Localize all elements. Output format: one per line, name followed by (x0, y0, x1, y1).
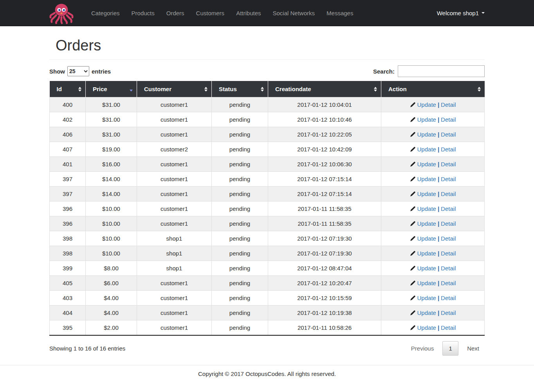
column-header-price[interactable]: Price (86, 81, 137, 97)
detail-link[interactable]: Detail (441, 220, 456, 227)
detail-link[interactable]: Detail (441, 324, 456, 331)
column-header-id[interactable]: Id (50, 81, 86, 97)
detail-link[interactable]: Detail (441, 265, 456, 272)
update-link[interactable]: Update (410, 176, 436, 182)
cell-status: pending (212, 112, 268, 127)
detail-link[interactable]: Detail (441, 295, 456, 301)
column-header-creationdate[interactable]: Creationdate (268, 81, 381, 97)
update-link[interactable]: Update (410, 324, 436, 331)
cell-action: Update|Detail (381, 291, 485, 306)
update-link[interactable]: Update (410, 295, 436, 301)
chevron-down-icon (482, 12, 485, 14)
column-header-action[interactable]: Action (381, 81, 485, 97)
nav-item-attributes[interactable]: Attributes (230, 0, 267, 26)
detail-link[interactable]: Detail (441, 235, 456, 242)
update-link[interactable]: Update (410, 220, 436, 227)
update-link[interactable]: Update (410, 161, 436, 167)
action-separator: | (438, 176, 439, 182)
action-separator: | (438, 309, 439, 316)
current-page-button[interactable]: 1 (442, 341, 458, 356)
cell-price: $31.00 (86, 97, 137, 112)
cell-id: 397 (50, 172, 86, 187)
cell-id: 403 (50, 291, 86, 306)
detail-link[interactable]: Detail (441, 146, 456, 153)
nav-item-messages[interactable]: Messages (321, 0, 359, 26)
update-link[interactable]: Update (410, 205, 436, 212)
user-menu[interactable]: Welcome shop1 (437, 10, 485, 16)
pencil-icon (410, 295, 415, 301)
cell-action: Update|Detail (381, 97, 485, 112)
detail-link[interactable]: Detail (441, 101, 456, 108)
pencil-icon (410, 176, 415, 182)
detail-link[interactable]: Detail (441, 205, 456, 212)
update-link[interactable]: Update (410, 101, 436, 108)
nav-item-customers[interactable]: Customers (190, 0, 231, 26)
cell-customer: customer1 (137, 276, 212, 291)
cell-status: pending (212, 216, 268, 231)
sort-both-icon (261, 87, 264, 92)
cell-price: $6.00 (86, 276, 137, 291)
cell-creationdate: 2017-01-12 10:04:01 (268, 97, 381, 112)
cell-status: pending (212, 231, 268, 246)
cell-status: pending (212, 291, 268, 306)
cell-action: Update|Detail (381, 172, 485, 187)
column-header-status[interactable]: Status (212, 81, 268, 97)
detail-link[interactable]: Detail (441, 280, 456, 286)
update-link[interactable]: Update (410, 309, 436, 316)
previous-page-button[interactable]: Previous (406, 342, 439, 355)
update-link[interactable]: Update (410, 280, 436, 286)
update-link[interactable]: Update (410, 146, 436, 153)
cell-creationdate: 2017-01-12 10:06:30 (268, 157, 381, 172)
nav-item-products[interactable]: Products (126, 0, 161, 26)
next-page-button[interactable]: Next (462, 342, 485, 355)
update-link[interactable]: Update (410, 191, 436, 197)
detail-link[interactable]: Detail (441, 161, 456, 167)
search-input[interactable] (398, 65, 485, 77)
update-link[interactable]: Update (410, 131, 436, 138)
table-row: 401$16.00customer1pending2017-01-12 10:0… (50, 157, 485, 172)
detail-link[interactable]: Detail (441, 191, 456, 197)
cell-creationdate: 2017-01-12 07:19:30 (268, 246, 381, 261)
sort-desc-icon (130, 87, 133, 92)
detail-link[interactable]: Detail (441, 131, 456, 138)
nav-item-categories[interactable]: Categories (85, 0, 126, 26)
brand-logo[interactable] (49, 2, 74, 24)
detail-link[interactable]: Detail (441, 309, 456, 316)
page-size-select[interactable]: 25 (67, 66, 89, 76)
cell-customer: shop1 (137, 246, 212, 261)
action-separator: | (438, 324, 439, 331)
cell-customer: customer1 (137, 112, 212, 127)
table-header-row: IdPriceCustomerStatusCreationdateAction (50, 81, 485, 97)
cell-id: 404 (50, 306, 86, 320)
column-header-customer[interactable]: Customer (137, 81, 212, 97)
nav-item-orders[interactable]: Orders (161, 0, 190, 26)
update-link[interactable]: Update (410, 235, 436, 242)
update-link[interactable]: Update (410, 265, 436, 272)
detail-link[interactable]: Detail (441, 250, 456, 257)
update-link[interactable]: Update (410, 116, 436, 123)
table-row: 395$2.00customer1pending2017-01-11 10:58… (50, 320, 485, 336)
detail-link[interactable]: Detail (441, 176, 456, 182)
update-link[interactable]: Update (410, 250, 436, 257)
cell-status: pending (212, 261, 268, 276)
cell-price: $8.00 (86, 261, 137, 276)
action-separator: | (438, 205, 439, 212)
column-label: Creationdate (275, 86, 311, 92)
detail-link[interactable]: Detail (441, 116, 456, 123)
cell-creationdate: 2017-01-12 07:19:30 (268, 231, 381, 246)
cell-status: pending (212, 127, 268, 142)
table-row: 404$4.00customer1pending2017-01-12 10:19… (50, 306, 485, 320)
cell-action: Update|Detail (381, 142, 485, 157)
action-separator: | (438, 146, 439, 153)
copyright-text: Copyright © 2017 OctopusCodes. All right… (198, 370, 336, 377)
sort-both-icon (78, 87, 81, 92)
cell-price: $19.00 (86, 142, 137, 157)
nav-item-social-networks[interactable]: Social Networks (267, 0, 321, 26)
cell-price: $14.00 (86, 187, 137, 201)
action-separator: | (438, 295, 439, 301)
cell-id: 405 (50, 276, 86, 291)
cell-action: Update|Detail (381, 157, 485, 172)
cell-id: 398 (50, 231, 86, 246)
show-label: Show (49, 68, 65, 75)
cell-customer: customer1 (137, 172, 212, 187)
